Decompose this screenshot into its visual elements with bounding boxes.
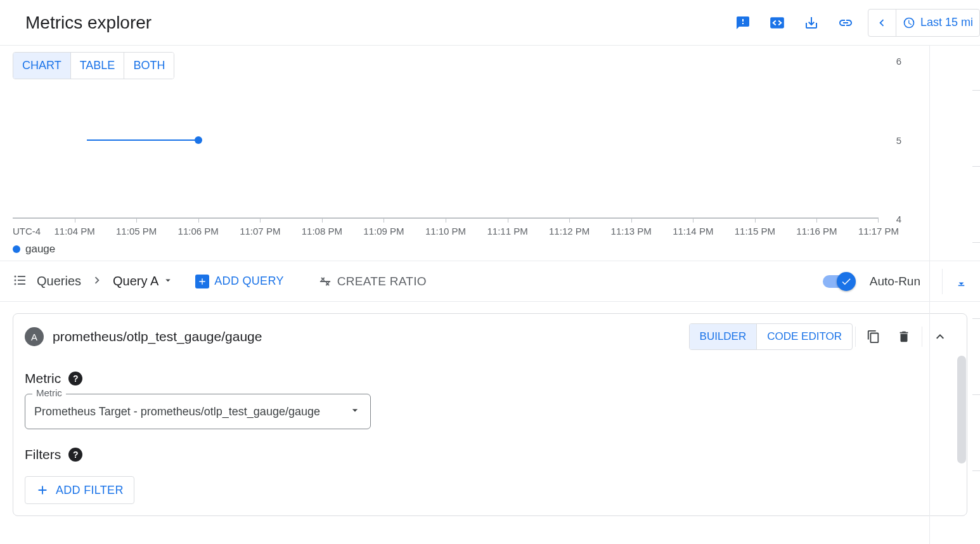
link-icon[interactable] — [828, 8, 863, 38]
svg-rect-4 — [18, 280, 25, 281]
x-tick-label: 11:11 PM — [487, 226, 527, 236]
add-query-button[interactable]: ADD QUERY — [195, 275, 283, 288]
auto-run-label: Auto-Run — [870, 275, 920, 288]
plus-icon — [195, 275, 209, 288]
plus-icon — [35, 483, 49, 497]
svg-rect-7 — [958, 285, 965, 286]
query-selector[interactable]: Query A — [113, 274, 174, 288]
query-breadcrumb: Queries Query A — [13, 273, 174, 290]
query-toolbar: Queries Query A ADD QUERY CREATE RATIO A… — [0, 261, 980, 302]
tab-both[interactable]: BOTH — [124, 53, 174, 79]
feedback-icon[interactable] — [726, 8, 760, 38]
timerange-picker: Last 15 mi — [868, 9, 980, 37]
svg-point-5 — [15, 283, 16, 285]
ratio-icon — [318, 275, 332, 288]
x-tick-label: 11:04 PM — [54, 226, 94, 236]
svg-rect-6 — [18, 283, 25, 285]
tab-table[interactable]: TABLE — [70, 53, 124, 79]
timezone-label: UTC-4 — [13, 226, 41, 236]
create-ratio-label: CREATE RATIO — [337, 275, 427, 288]
add-query-label: ADD QUERY — [214, 275, 283, 288]
x-tick-label: 11:14 PM — [673, 226, 713, 236]
header-actions: Last 15 mi — [726, 8, 980, 38]
x-tick-label: 11:08 PM — [302, 226, 342, 236]
timerange-label: Last 15 mi — [920, 16, 973, 29]
help-icon[interactable]: ? — [68, 448, 82, 462]
query-card: A prometheus/otlp_test_gauge/gauge BUILD… — [13, 313, 967, 516]
series-point-gauge[interactable] — [195, 136, 202, 144]
y-tick-5: 5 — [896, 134, 901, 145]
legend-dot-icon — [13, 245, 20, 253]
x-tick-label: 11:09 PM — [363, 226, 404, 236]
timerange-prev-button[interactable] — [868, 10, 896, 36]
svg-point-3 — [15, 279, 16, 281]
page-title: Metrics explorer — [25, 13, 152, 33]
query-card-header: A prometheus/otlp_test_gauge/gauge BUILD… — [13, 314, 967, 359]
clock-icon — [903, 16, 915, 29]
copy-icon — [867, 330, 880, 344]
svg-rect-2 — [18, 276, 25, 277]
x-tick-label: 11:12 PM — [549, 226, 590, 236]
x-tick-label: 11:06 PM — [178, 226, 219, 236]
query-badge: A — [25, 327, 44, 346]
metric-field-label: Metric — [32, 387, 66, 398]
query-card-container: A prometheus/otlp_test_gauge/gauge BUILD… — [0, 302, 980, 528]
caret-down-icon — [349, 404, 361, 419]
query-title: prometheus/otlp_test_gauge/gauge — [53, 329, 262, 344]
legend-label[interactable]: gauge — [25, 243, 55, 256]
queries-label[interactable]: Queries — [37, 274, 81, 288]
mode-builder[interactable]: BUILDER — [690, 324, 757, 349]
y-tick-4: 4 — [896, 214, 901, 224]
filters-section-title: Filters ? — [25, 447, 955, 462]
svg-point-1 — [15, 275, 16, 277]
trash-icon — [897, 330, 911, 344]
metric-field[interactable]: Metric Prometheus Target - prometheus/ot… — [25, 394, 371, 429]
add-filter-label: ADD FILTER — [56, 484, 124, 497]
toggle-knob — [837, 272, 856, 291]
tab-chart[interactable]: CHART — [13, 53, 70, 79]
help-icon[interactable]: ? — [68, 372, 82, 385]
caret-down-icon — [162, 275, 174, 288]
delete-button[interactable] — [889, 321, 919, 352]
x-tick-label: 11:07 PM — [240, 226, 280, 236]
query-card-body: Metric ? Metric Prometheus Target - prom… — [13, 359, 967, 515]
metric-field-value: Prometheus Target - prometheus/otlp_test… — [34, 405, 349, 418]
x-tick-label: 11:16 PM — [796, 226, 837, 236]
download-icon[interactable] — [794, 8, 828, 38]
x-tick-label: 11:05 PM — [116, 226, 157, 236]
x-tick-label: 11:10 PM — [425, 226, 466, 236]
x-tick-label: 11:13 PM — [611, 226, 652, 236]
auto-run-toggle[interactable] — [823, 275, 852, 288]
legend: gauge — [13, 243, 55, 256]
timerange-dropdown[interactable]: Last 15 mi — [896, 10, 979, 36]
copy-button[interactable] — [858, 321, 889, 352]
chevron-up-icon — [932, 329, 948, 344]
add-filter-button[interactable]: ADD FILTER — [25, 476, 134, 504]
collapse-button[interactable] — [925, 321, 955, 352]
y-tick-6: 6 — [896, 56, 901, 67]
check-icon — [841, 276, 852, 287]
series-line-gauge — [87, 139, 198, 141]
create-ratio-button[interactable]: CREATE RATIO — [318, 275, 427, 288]
header: Metrics explorer Last 15 mi — [0, 0, 980, 46]
list-icon — [13, 273, 28, 290]
view-tabs: CHART TABLE BOTH — [13, 52, 174, 79]
chart-plot[interactable]: 4 5 6 UTC-4 11:04 PM 11:05 PM 11:06 PM 1… — [13, 61, 879, 219]
collapse-all-button[interactable] — [942, 269, 967, 294]
metric-section-title: Metric ? — [25, 371, 955, 386]
x-tick-label: 11:15 PM — [735, 226, 775, 236]
mode-code-editor[interactable]: CODE EDITOR — [756, 324, 852, 349]
query-selector-label: Query A — [113, 274, 158, 288]
x-tick-label: 11:17 PM — [858, 226, 899, 236]
chevron-right-icon — [90, 273, 104, 290]
mode-toggle: BUILDER CODE EDITOR — [689, 323, 853, 350]
code-icon[interactable] — [760, 8, 794, 38]
